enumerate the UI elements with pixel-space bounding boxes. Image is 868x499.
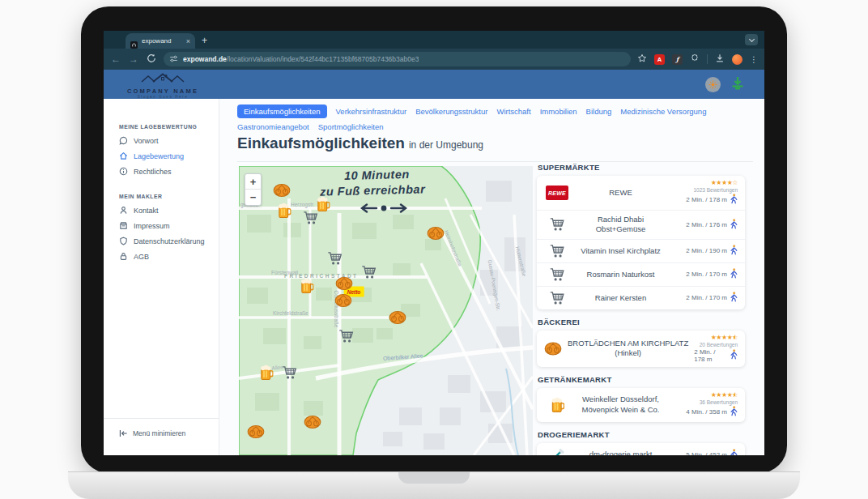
browser-window: expowand × + ← → expowand.de/locationVal…: [104, 31, 764, 455]
list-item[interactable]: Rachid Dhabi Obst+Gemüse 2 Min. / 176 m: [537, 210, 745, 239]
pretzel-marker[interactable]: [427, 227, 445, 244]
bookmark-star-icon[interactable]: [637, 52, 647, 66]
sidebar-item-impressum[interactable]: Impressum: [104, 218, 219, 233]
section-title-drugstore: DROGERIEMARKT: [538, 430, 745, 439]
laptop-base: [68, 471, 800, 499]
company-name: COMPANY NAME: [118, 87, 207, 95]
list-item[interactable]: Rainer Kersten 2 Min. / 170 m: [537, 286, 745, 309]
tab-wirtschaft[interactable]: Wirtschaft: [496, 107, 530, 116]
rewe-logo: REWE: [546, 186, 568, 200]
toolbar-separator: [707, 54, 708, 64]
place-name: dm-drogerie markt: [576, 450, 666, 455]
beer-marker[interactable]: [300, 278, 314, 297]
address-bar[interactable]: expowand.de/locationValuation/index/542f…: [164, 52, 631, 66]
distance-text: 2 Min. / 178 m: [694, 348, 727, 363]
tab-sportmoeglichkeiten[interactable]: Sportmöglichkeiten: [318, 122, 384, 131]
new-tab-button[interactable]: +: [202, 34, 207, 47]
downloads-icon[interactable]: [715, 52, 725, 66]
browser-tab-strip: expowand × +: [104, 31, 764, 49]
tab-gastronomieangebot[interactable]: Gastronomieangebot: [237, 122, 309, 131]
tab-medizinische-versorgung[interactable]: Medizinische Versorgung: [620, 107, 706, 116]
walking-icon: [730, 245, 738, 257]
review-count: 1023 Bewertungen: [693, 187, 738, 193]
list-item[interactable]: Vitamin Insel Kirchplatz 2 Min. / 190 m: [537, 239, 745, 262]
sidebar-minimize-button[interactable]: Menü minimieren: [104, 418, 219, 455]
zoom-in-button[interactable]: +: [245, 174, 261, 190]
list-item[interactable]: dm-drogerie markt 5 Min. / 452 m: [537, 443, 745, 455]
sidebar-item-rechtliches[interactable]: Rechtliches: [104, 164, 219, 179]
cart-marker[interactable]: [304, 211, 319, 228]
tab-search-chevron-button[interactable]: [745, 34, 758, 45]
download-report-button[interactable]: [730, 76, 745, 93]
pretzel-marker[interactable]: [334, 294, 352, 311]
zoom-out-button[interactable]: −: [245, 190, 261, 205]
list-item[interactable]: BROTLÄDCHEN AM KIRCHPLATZ(Hinkel) ★★★★☆★…: [537, 331, 745, 367]
sun-icon: [708, 80, 717, 89]
category-tabs-row2: Gastronomieangebot Sportmöglichkeiten: [237, 122, 384, 131]
site-info-icon[interactable]: [169, 52, 178, 66]
pretzel-marker[interactable]: [273, 184, 291, 201]
profile-avatar[interactable]: [732, 54, 742, 65]
distance-text: 5 Min. / 452 m: [686, 451, 727, 455]
tab-bevoelkerungsstruktur[interactable]: Bevölkerungsstruktur: [415, 107, 487, 116]
cart-marker[interactable]: [362, 265, 377, 283]
close-tab-icon[interactable]: ×: [186, 37, 190, 45]
toothbrush-icon: [544, 448, 570, 455]
cart-icon: [544, 217, 570, 232]
list-item-rewe[interactable]: REWE REWE ★★★★☆ 1023 Bewertungen 2 Min. …: [537, 176, 745, 210]
pretzel-marker[interactable]: [247, 425, 265, 442]
sidebar-item-lagebewertung[interactable]: Lagebewertung: [104, 148, 219, 164]
forward-icon[interactable]: →: [128, 53, 139, 65]
extensions-puzzle-icon[interactable]: [690, 52, 700, 66]
map-annotation-line1: 10 Minuten: [344, 168, 410, 182]
beer-marker[interactable]: [278, 203, 291, 222]
distance-text: 4 Min. / 358 m: [686, 408, 727, 416]
walking-icon: [730, 406, 738, 418]
script-extension-icon[interactable]: ƒ: [672, 54, 683, 65]
cart-marker[interactable]: [339, 329, 355, 347]
browser-menu-icon[interactable]: ⋮: [750, 55, 758, 64]
url-text: expowand.de/locationValuation/index/542f…: [183, 55, 419, 63]
toolbar-actions: A ƒ ⋮: [637, 52, 758, 66]
pretzel-marker[interactable]: [304, 416, 321, 433]
tab-immobilien[interactable]: Immobilien: [540, 107, 577, 116]
sidebar-item-vorwort[interactable]: Vorwort: [104, 133, 219, 148]
category-tabs-row1: Einkaufsmöglichkeiten Verkehrsinfrastruk…: [237, 104, 706, 118]
sidebar-item-agb[interactable]: AGB: [104, 249, 219, 264]
reload-icon[interactable]: [146, 53, 157, 66]
back-icon[interactable]: ←: [110, 53, 121, 65]
shield-icon: [119, 237, 128, 245]
street-label: Kirchfeldstraße: [273, 310, 308, 316]
cart-marker[interactable]: [328, 251, 343, 269]
list-item[interactable]: Rosmarin Naturkost 2 Min. / 170 m: [537, 262, 745, 286]
review-count: 36 Bewertungen: [700, 399, 738, 405]
list-item[interactable]: Weinkeller Düsseldorf,Mövenpick Wein & C…: [537, 388, 745, 422]
cart-marker[interactable]: [283, 365, 298, 383]
tab-bildung[interactable]: Bildung: [586, 107, 612, 116]
sidebar-item-kontakt[interactable]: Kontakt: [104, 203, 219, 218]
pretzel-marker[interactable]: [389, 311, 406, 328]
user-avatar[interactable]: [705, 77, 721, 92]
pretzel-marker[interactable]: [335, 277, 353, 294]
distance-text: 2 Min. / 190 m: [686, 247, 727, 254]
rating-stars: ★★★★☆★: [711, 335, 738, 341]
beer-marker[interactable]: [260, 365, 274, 384]
place-name: Weinkeller Düsseldorf,Mövenpick Wein & C…: [576, 395, 666, 415]
cart-icon: [544, 267, 570, 282]
tab-verkehrsinfrastruktur[interactable]: Verkehrsinfrastruktur: [336, 107, 407, 116]
tab-title: expowand: [142, 37, 182, 45]
pdf-extension-icon[interactable]: A: [654, 54, 665, 65]
section-title-drinks: GETRÄNKEMARKT: [538, 375, 745, 384]
walking-icon: [730, 292, 738, 304]
beer-mug-icon: [544, 397, 570, 413]
map[interactable]: + − 10 Minuten zu Fuß erreichbar FRIEDRI…: [239, 166, 533, 455]
download-icon: [730, 76, 745, 90]
map-annotation-line2: zu Fuß erreichbar: [320, 182, 426, 198]
browser-tab[interactable]: expowand ×: [126, 33, 195, 49]
tab-einkaufsmoeglichkeiten[interactable]: Einkaufsmöglichkeiten: [237, 104, 327, 118]
place-name: REWE: [576, 188, 666, 198]
sidebar-item-datenschutz[interactable]: Datenschutzerklärung: [104, 233, 219, 249]
walking-icon: [730, 194, 738, 206]
bakery-card: BROTLÄDCHEN AM KIRCHPLATZ(Hinkel) ★★★★☆★…: [537, 331, 745, 367]
street-label: Herzogstr.: [291, 202, 315, 207]
